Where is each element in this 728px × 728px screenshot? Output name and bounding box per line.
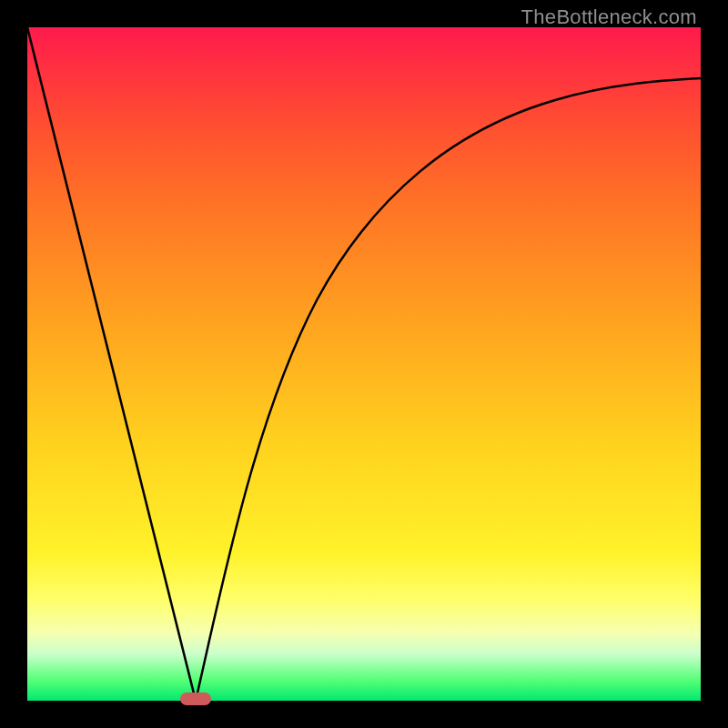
plot-area bbox=[27, 27, 701, 701]
curve-left-descent bbox=[27, 27, 196, 701]
minimum-marker bbox=[180, 693, 211, 705]
watermark-text: TheBottleneck.com bbox=[521, 5, 697, 29]
chart-frame: TheBottleneck.com bbox=[0, 0, 728, 728]
curve-right-ascent bbox=[196, 78, 701, 701]
bottleneck-curve bbox=[27, 27, 701, 701]
